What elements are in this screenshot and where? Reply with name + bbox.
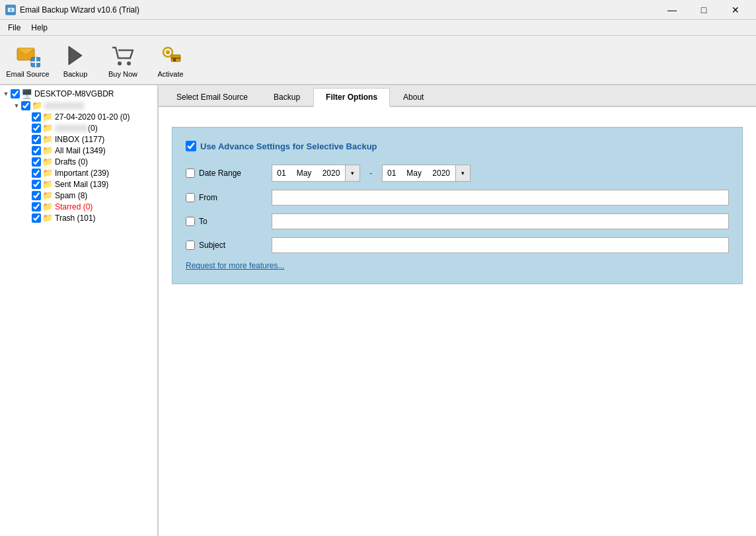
important-label: Important (239) xyxy=(55,169,109,178)
tree-item-drafts[interactable]: 📁 Drafts (0) xyxy=(0,156,157,167)
account-label xyxy=(44,102,84,109)
expand-icon-account: ▼ xyxy=(12,101,21,110)
tree-checkbox-drafts[interactable] xyxy=(32,157,41,167)
close-button[interactable]: ✕ xyxy=(720,0,751,20)
date-to-year[interactable] xyxy=(428,165,455,181)
date-from-dropdown[interactable]: ▾ xyxy=(345,165,359,181)
to-label: To xyxy=(199,217,208,226)
date-to-month[interactable] xyxy=(401,165,428,181)
buy-now-button[interactable]: Buy Now xyxy=(100,38,145,81)
tab-bar: Select Email Source Backup Filter Option… xyxy=(159,85,756,107)
inbox-label: INBOX (1177) xyxy=(55,135,104,144)
email-source-icon xyxy=(15,42,41,69)
date-to-day[interactable] xyxy=(383,165,401,181)
date-to-dropdown[interactable]: ▾ xyxy=(455,165,470,181)
drafts-label: Drafts (0) xyxy=(55,157,88,167)
folder-icon-important: 📁 xyxy=(42,168,53,178)
tree-checkbox-sentmail[interactable] xyxy=(32,180,41,189)
tree-checkbox-unnamed[interactable] xyxy=(32,124,41,133)
date-from-year[interactable] xyxy=(317,165,345,181)
window-controls: — □ ✕ xyxy=(657,0,751,20)
backup-label: Backup xyxy=(63,70,88,78)
tree-item-sentmail[interactable]: 📁 Sent Mail (139) xyxy=(0,178,157,190)
expand-icon-backup xyxy=(22,112,32,122)
tree-checkbox-trash[interactable] xyxy=(32,213,41,223)
expand-icon-starred xyxy=(22,202,32,211)
date-range-label: Date Range xyxy=(199,169,241,178)
expand-icon-inbox xyxy=(22,135,32,144)
from-label: From xyxy=(199,193,217,202)
to-input[interactable] xyxy=(272,213,729,229)
allmail-label: All Mail (1349) xyxy=(55,146,106,155)
activate-button[interactable]: Activate xyxy=(148,38,193,81)
subject-checkbox[interactable] xyxy=(186,241,195,250)
expand-icon-spam xyxy=(22,191,32,200)
tree-item-inbox[interactable]: 📁 INBOX (1177) xyxy=(0,134,157,145)
date-range-checkbox[interactable] xyxy=(186,169,195,178)
from-checkbox[interactable] xyxy=(186,193,195,202)
activate-icon xyxy=(157,42,184,69)
maximize-button[interactable]: □ xyxy=(689,0,719,20)
tree-item-starred[interactable]: 📁 Starred (0) xyxy=(0,201,157,212)
minimize-button[interactable]: — xyxy=(657,0,687,20)
menu-help[interactable]: Help xyxy=(26,22,53,34)
advance-settings-checkbox[interactable] xyxy=(186,141,196,151)
tree-checkbox-account[interactable] xyxy=(21,101,30,110)
tab-select-email-source[interactable]: Select Email Source xyxy=(164,88,260,106)
folder-icon-inbox: 📁 xyxy=(42,134,53,144)
date-from-day[interactable] xyxy=(272,165,291,181)
computer-icon: 🖥️ xyxy=(21,89,32,99)
expand-icon: ▼ xyxy=(1,89,11,98)
folder-icon-unnamed: 📁 xyxy=(42,123,53,133)
tree-item-important[interactable]: 📁 Important (239) xyxy=(0,167,157,178)
backup-folder-label: 27-04-2020 01-20 (0) xyxy=(55,112,130,122)
window-title: Email Backup Wizard v10.6 (Trial) xyxy=(20,5,139,15)
backup-button[interactable]: Backup xyxy=(53,38,98,81)
tree-item-allmail[interactable]: 📁 All Mail (1349) xyxy=(0,145,157,156)
tree-checkbox-allmail[interactable] xyxy=(32,146,41,155)
subject-row: Subject xyxy=(186,237,729,253)
to-checkbox[interactable] xyxy=(186,217,195,226)
toolbar: Email Source Backup Buy Now xyxy=(0,36,756,85)
subject-label: Subject xyxy=(199,241,225,250)
sentmail-label: Sent Mail (139) xyxy=(55,180,108,189)
tree-item-trash[interactable]: 📁 Trash (101) xyxy=(0,212,157,223)
tree-item-unnamed[interactable]: 📁 (0) xyxy=(0,122,157,134)
request-features-link[interactable]: Request for more features... xyxy=(186,261,729,270)
tab-backup[interactable]: Backup xyxy=(261,88,313,106)
tree-checkbox-inbox[interactable] xyxy=(32,135,41,144)
tab-about[interactable]: About xyxy=(391,88,436,106)
tree-checkbox-important[interactable] xyxy=(32,169,41,178)
svg-point-6 xyxy=(118,61,122,65)
folder-icon-drafts: 📁 xyxy=(42,157,53,167)
tree-checkbox-starred[interactable] xyxy=(32,202,41,211)
trash-label: Trash (101) xyxy=(55,213,96,223)
svg-marker-5 xyxy=(69,46,82,65)
email-source-button[interactable]: Email Source xyxy=(5,38,50,81)
backup-icon xyxy=(62,42,89,69)
folder-icon-starred: 📁 xyxy=(42,202,53,211)
to-row: To xyxy=(186,213,729,229)
svg-rect-12 xyxy=(173,58,176,61)
date-from-month[interactable] xyxy=(291,165,317,181)
tree-item-account[interactable]: ▼ 📁 xyxy=(0,100,157,111)
tree-item-spam[interactable]: 📁 Spam (8) xyxy=(0,190,157,201)
tree-checkbox-desktop[interactable] xyxy=(11,89,20,98)
title-bar: 📧 Email Backup Wizard v10.6 (Trial) — □ … xyxy=(0,0,756,20)
date-to-group: ▾ xyxy=(382,165,471,182)
tab-filter-options[interactable]: Filter Options xyxy=(313,88,390,107)
menu-file[interactable]: File xyxy=(3,22,26,34)
email-source-label: Email Source xyxy=(6,70,49,78)
expand-icon-sentmail xyxy=(22,180,32,189)
expand-icon-allmail xyxy=(22,146,32,155)
from-input[interactable] xyxy=(272,190,729,206)
buy-now-icon xyxy=(110,42,136,69)
starred-label: Starred (0) xyxy=(55,202,93,211)
tree-checkbox-backup[interactable] xyxy=(32,112,41,122)
tree-checkbox-spam[interactable] xyxy=(32,191,41,200)
content-area: Select Email Source Backup Filter Option… xyxy=(159,85,756,536)
folder-icon-trash: 📁 xyxy=(42,213,53,223)
subject-input[interactable] xyxy=(272,237,729,253)
tree-item-desktop[interactable]: ▼ 🖥️ DESKTOP-M8VGBDR xyxy=(0,88,157,100)
tree-item-backup[interactable]: 📁 27-04-2020 01-20 (0) xyxy=(0,111,157,122)
